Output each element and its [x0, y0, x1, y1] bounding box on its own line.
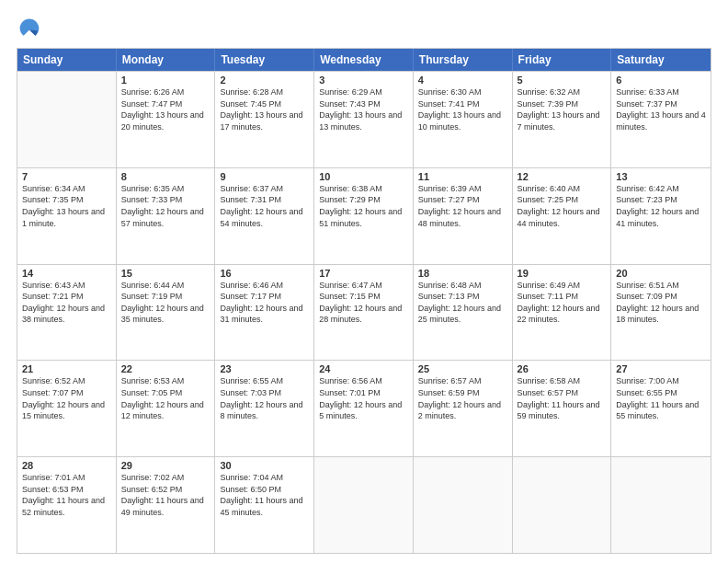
day-cell: 15Sunrise: 6:44 AMSunset: 7:19 PMDayligh… [117, 265, 216, 361]
empty-cell [611, 457, 711, 553]
day-number: 3 [319, 75, 408, 86]
weekday-header: Sunday [17, 49, 117, 71]
day-cell: 13Sunrise: 6:42 AMSunset: 7:23 PMDayligh… [611, 168, 711, 264]
day-cell: 14Sunrise: 6:43 AMSunset: 7:21 PMDayligh… [17, 265, 117, 361]
day-cell: 22Sunrise: 6:53 AMSunset: 7:05 PMDayligh… [117, 361, 216, 456]
calendar-week: 1Sunrise: 6:26 AMSunset: 7:47 PMDaylight… [17, 71, 711, 167]
day-cell: 27Sunrise: 7:00 AMSunset: 6:55 PMDayligh… [611, 361, 711, 456]
day-number: 12 [518, 171, 607, 182]
day-cell: 30Sunrise: 7:04 AMSunset: 6:50 PMDayligh… [215, 457, 314, 553]
weekday-header: Wednesday [314, 49, 414, 71]
day-info: Sunrise: 6:46 AMSunset: 7:17 PMDaylight:… [220, 280, 309, 326]
day-number: 6 [616, 75, 706, 86]
day-cell: 3Sunrise: 6:29 AMSunset: 7:43 PMDaylight… [314, 72, 414, 167]
day-cell: 9Sunrise: 6:37 AMSunset: 7:31 PMDaylight… [215, 168, 314, 264]
day-number: 22 [121, 363, 210, 374]
day-number: 4 [418, 75, 507, 86]
calendar: SundayMondayTuesdayWednesdayThursdayFrid… [17, 48, 711, 554]
logo [17, 17, 42, 39]
logo-icon [18, 17, 40, 39]
day-cell: 12Sunrise: 6:40 AMSunset: 7:25 PMDayligh… [513, 168, 612, 264]
day-cell: 11Sunrise: 6:39 AMSunset: 7:27 PMDayligh… [414, 168, 513, 264]
day-number: 23 [220, 363, 309, 374]
day-cell: 5Sunrise: 6:32 AMSunset: 7:39 PMDaylight… [513, 72, 612, 167]
day-number: 27 [616, 363, 706, 374]
day-info: Sunrise: 7:00 AMSunset: 6:55 PMDaylight:… [616, 375, 706, 421]
day-info: Sunrise: 6:32 AMSunset: 7:39 PMDaylight:… [518, 86, 607, 132]
day-number: 26 [518, 363, 607, 374]
day-cell: 2Sunrise: 6:28 AMSunset: 7:45 PMDaylight… [215, 72, 314, 167]
calendar-week: 14Sunrise: 6:43 AMSunset: 7:21 PMDayligh… [17, 264, 711, 361]
day-info: Sunrise: 6:38 AMSunset: 7:29 PMDaylight:… [319, 183, 408, 229]
day-info: Sunrise: 7:04 AMSunset: 6:50 PMDaylight:… [220, 472, 309, 518]
day-number: 16 [220, 268, 309, 279]
day-cell: 24Sunrise: 6:56 AMSunset: 7:01 PMDayligh… [314, 361, 414, 456]
day-number: 18 [418, 268, 507, 279]
day-info: Sunrise: 6:49 AMSunset: 7:11 PMDaylight:… [518, 280, 607, 326]
calendar-week: 7Sunrise: 6:34 AMSunset: 7:35 PMDaylight… [17, 167, 711, 264]
day-info: Sunrise: 6:47 AMSunset: 7:15 PMDaylight:… [319, 280, 408, 326]
day-cell: 1Sunrise: 6:26 AMSunset: 7:47 PMDaylight… [117, 72, 216, 167]
day-info: Sunrise: 6:51 AMSunset: 7:09 PMDaylight:… [616, 280, 706, 326]
day-cell: 28Sunrise: 7:01 AMSunset: 6:53 PMDayligh… [17, 457, 117, 553]
day-info: Sunrise: 6:58 AMSunset: 6:57 PMDaylight:… [518, 375, 607, 421]
calendar-week: 21Sunrise: 6:52 AMSunset: 7:07 PMDayligh… [17, 360, 711, 456]
weekday-header: Saturday [611, 49, 711, 71]
day-number: 1 [121, 75, 210, 86]
day-number: 24 [319, 363, 408, 374]
day-cell: 23Sunrise: 6:55 AMSunset: 7:03 PMDayligh… [215, 361, 314, 456]
day-number: 7 [22, 171, 111, 182]
weekday-header: Tuesday [215, 49, 314, 71]
day-info: Sunrise: 6:34 AMSunset: 7:35 PMDaylight:… [22, 183, 111, 229]
day-info: Sunrise: 6:52 AMSunset: 7:07 PMDaylight:… [22, 375, 111, 421]
day-info: Sunrise: 6:33 AMSunset: 7:37 PMDaylight:… [616, 86, 706, 132]
day-info: Sunrise: 6:30 AMSunset: 7:41 PMDaylight:… [418, 86, 507, 132]
day-info: Sunrise: 7:01 AMSunset: 6:53 PMDaylight:… [22, 472, 111, 518]
day-info: Sunrise: 6:56 AMSunset: 7:01 PMDaylight:… [319, 375, 408, 421]
day-info: Sunrise: 6:35 AMSunset: 7:33 PMDaylight:… [121, 183, 210, 229]
calendar-week: 28Sunrise: 7:01 AMSunset: 6:53 PMDayligh… [17, 456, 711, 553]
day-cell: 29Sunrise: 7:02 AMSunset: 6:52 PMDayligh… [117, 457, 216, 553]
day-info: Sunrise: 6:29 AMSunset: 7:43 PMDaylight:… [319, 86, 408, 132]
day-number: 10 [319, 171, 408, 182]
day-info: Sunrise: 6:37 AMSunset: 7:31 PMDaylight:… [220, 183, 309, 229]
day-number: 29 [121, 460, 210, 471]
calendar-header: SundayMondayTuesdayWednesdayThursdayFrid… [17, 49, 711, 71]
day-number: 25 [418, 363, 507, 374]
day-info: Sunrise: 6:53 AMSunset: 7:05 PMDaylight:… [121, 375, 210, 421]
weekday-header: Thursday [414, 49, 513, 71]
day-cell: 25Sunrise: 6:57 AMSunset: 6:59 PMDayligh… [414, 361, 513, 456]
day-number: 19 [518, 268, 607, 279]
day-number: 30 [220, 460, 309, 471]
empty-cell [414, 457, 513, 553]
empty-cell [314, 457, 414, 553]
day-number: 8 [121, 171, 210, 182]
day-info: Sunrise: 6:28 AMSunset: 7:45 PMDaylight:… [220, 86, 309, 132]
day-info: Sunrise: 7:02 AMSunset: 6:52 PMDaylight:… [121, 472, 210, 518]
day-info: Sunrise: 6:48 AMSunset: 7:13 PMDaylight:… [418, 280, 507, 326]
day-info: Sunrise: 6:57 AMSunset: 6:59 PMDaylight:… [418, 375, 507, 421]
calendar-body: 1Sunrise: 6:26 AMSunset: 7:47 PMDaylight… [17, 71, 711, 553]
header [17, 17, 711, 39]
day-number: 5 [518, 75, 607, 86]
day-cell: 6Sunrise: 6:33 AMSunset: 7:37 PMDaylight… [611, 72, 711, 167]
empty-cell [513, 457, 612, 553]
day-cell: 26Sunrise: 6:58 AMSunset: 6:57 PMDayligh… [513, 361, 612, 456]
day-info: Sunrise: 6:43 AMSunset: 7:21 PMDaylight:… [22, 280, 111, 326]
page: SundayMondayTuesdayWednesdayThursdayFrid… [0, 0, 728, 563]
day-number: 15 [121, 268, 210, 279]
day-info: Sunrise: 6:26 AMSunset: 7:47 PMDaylight:… [121, 86, 210, 132]
day-cell: 8Sunrise: 6:35 AMSunset: 7:33 PMDaylight… [117, 168, 216, 264]
weekday-header: Monday [117, 49, 216, 71]
weekday-header: Friday [513, 49, 612, 71]
day-info: Sunrise: 6:40 AMSunset: 7:25 PMDaylight:… [518, 183, 607, 229]
day-number: 2 [220, 75, 309, 86]
day-cell: 20Sunrise: 6:51 AMSunset: 7:09 PMDayligh… [611, 265, 711, 361]
day-cell: 18Sunrise: 6:48 AMSunset: 7:13 PMDayligh… [414, 265, 513, 361]
day-info: Sunrise: 6:44 AMSunset: 7:19 PMDaylight:… [121, 280, 210, 326]
day-cell: 19Sunrise: 6:49 AMSunset: 7:11 PMDayligh… [513, 265, 612, 361]
day-info: Sunrise: 6:42 AMSunset: 7:23 PMDaylight:… [616, 183, 706, 229]
day-cell: 21Sunrise: 6:52 AMSunset: 7:07 PMDayligh… [17, 361, 117, 456]
day-cell: 7Sunrise: 6:34 AMSunset: 7:35 PMDaylight… [17, 168, 117, 264]
day-info: Sunrise: 6:39 AMSunset: 7:27 PMDaylight:… [418, 183, 507, 229]
